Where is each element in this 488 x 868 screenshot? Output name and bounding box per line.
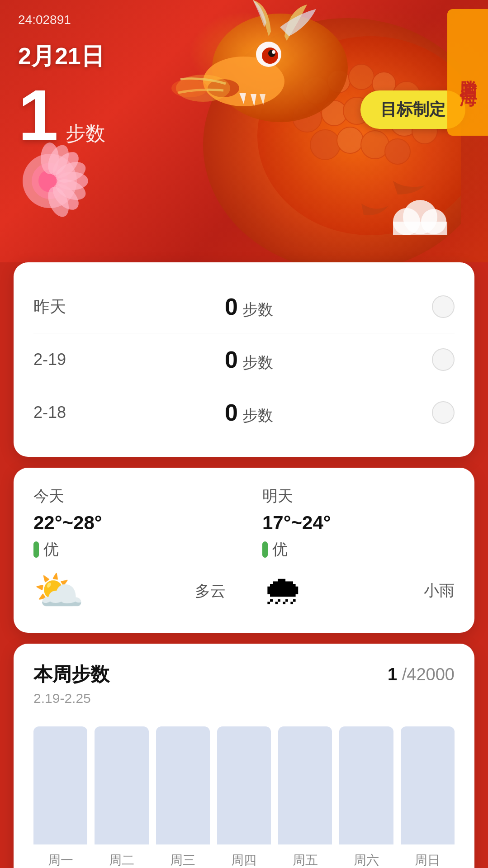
weather-card: 今天 22°~28° 优 ⛅ 多云 明天 17°~24° 优 🌧 小雨 (14, 468, 474, 633)
bar-mon (33, 726, 87, 844)
row-unit-219: 步数 (242, 352, 273, 373)
bar-label-sat: 周六 (354, 852, 379, 868)
right-deco-text2: 四 (456, 71, 479, 74)
quality-dot-today (33, 541, 39, 558)
status-time: 24:02891 (18, 13, 71, 27)
bar-col-thu: 周四 (217, 724, 271, 868)
svg-point-14 (337, 127, 363, 153)
right-deco-text3: 海 (456, 76, 479, 78)
today-temp: 22°~28° (33, 512, 226, 534)
bar-col-sun: 周日 (401, 724, 455, 868)
svg-rect-43 (393, 222, 447, 235)
steps-history-card: 昨天 0 步数 2-19 0 步数 2-18 0 步数 (14, 262, 474, 457)
today-quality-label: 优 (43, 539, 59, 560)
cloud-decoration (379, 199, 452, 235)
row-radio-yesterday[interactable] (432, 295, 455, 318)
table-row[interactable]: 2-19 0 步数 (33, 333, 455, 386)
bar-wrapper-wed (156, 724, 210, 844)
weather-tomorrow: 明天 17°~24° 优 🌧 小雨 (244, 486, 455, 615)
weather-today: 今天 22°~28° 优 ⛅ 多云 (33, 486, 244, 615)
row-count-219: 0 (225, 346, 238, 373)
row-date-218: 2-18 (33, 403, 66, 422)
hero-section: 24:02891 2月21日 1 步数 目标制定 腾 四 海 (0, 0, 488, 262)
bar-chart: 周一 周二 周三 周四 (33, 724, 455, 868)
bar-label-tue: 周二 (109, 852, 134, 868)
row-steps-yesterday: 0 步数 (225, 293, 273, 320)
quality-dot-tomorrow (262, 541, 268, 558)
bar-tue (95, 726, 148, 844)
bar-sun (401, 726, 455, 844)
right-decoration: 腾 四 海 (447, 9, 488, 136)
svg-point-22 (272, 50, 275, 54)
weekly-progress: 1 /42000 (388, 665, 455, 684)
tomorrow-quality-label: 优 (272, 539, 288, 560)
row-radio-219[interactable] (432, 348, 455, 371)
row-date-yesterday: 昨天 (33, 296, 66, 318)
row-unit-yesterday: 步数 (242, 299, 273, 320)
today-weather-desc: 多云 (195, 581, 226, 602)
row-count-218: 0 (225, 399, 238, 426)
bar-wrapper-mon (33, 724, 87, 844)
tomorrow-temp: 17°~24° (262, 512, 455, 534)
weekly-steps-card: 本周步数 1 /42000 2.19-2.25 周一 周二 (14, 644, 474, 868)
weekly-header: 本周步数 1 /42000 (33, 662, 455, 687)
today-label: 今天 (33, 486, 226, 507)
svg-point-16 (385, 139, 410, 164)
bar-col-wed: 周三 (156, 724, 210, 868)
svg-point-28 (171, 79, 208, 97)
bar-label-thu: 周四 (231, 852, 256, 868)
svg-point-13 (310, 130, 340, 160)
weekly-current: 1 (388, 665, 397, 684)
table-row[interactable]: 2-18 0 步数 (33, 386, 455, 439)
row-steps-219: 0 步数 (225, 346, 273, 373)
bar-wrapper-sat (339, 724, 393, 844)
bar-thu (217, 726, 271, 844)
content-area: 昨天 0 步数 2-19 0 步数 2-18 0 步数 (0, 262, 488, 868)
tomorrow-weather-icon: 🌧 (262, 567, 303, 614)
bar-label-mon: 周一 (48, 852, 73, 868)
today-quality: 优 (33, 539, 226, 560)
bar-wed (156, 726, 210, 844)
bar-fri (278, 726, 332, 844)
weekly-separator: / (402, 665, 407, 684)
table-row[interactable]: 昨天 0 步数 (33, 280, 455, 333)
status-bar: 24:02891 (18, 13, 470, 27)
tomorrow-icon-row: 🌧 小雨 (262, 567, 455, 614)
bar-col-mon: 周一 (33, 724, 87, 868)
tomorrow-weather-desc: 小雨 (424, 580, 455, 601)
bar-label-wed: 周三 (170, 852, 195, 868)
svg-point-4 (349, 64, 374, 90)
main-steps-display: 1 步数 (18, 79, 105, 152)
main-steps-unit: 步数 (66, 120, 105, 147)
main-steps-count: 1 (18, 79, 58, 152)
bar-wrapper-fri (278, 724, 332, 844)
bar-col-tue: 周二 (95, 724, 148, 868)
weekly-title: 本周步数 (33, 662, 109, 687)
row-unit-218: 步数 (242, 405, 273, 426)
row-radio-218[interactable] (432, 401, 455, 424)
tomorrow-label: 明天 (262, 486, 455, 507)
bar-col-fri: 周五 (278, 724, 332, 868)
bar-sat (339, 726, 393, 844)
weekly-total: 42000 (407, 665, 455, 684)
bar-col-sat: 周六 (339, 724, 393, 868)
tomorrow-quality: 优 (262, 539, 455, 560)
svg-point-15 (361, 131, 389, 159)
bar-label-sun: 周日 (415, 852, 440, 868)
row-steps-218: 0 步数 (225, 399, 273, 426)
right-deco-text: 腾 (456, 66, 479, 69)
bar-wrapper-tue (95, 724, 148, 844)
row-count-yesterday: 0 (225, 293, 238, 320)
today-icon-row: ⛅ 多云 (33, 567, 226, 615)
bar-label-fri: 周五 (293, 852, 318, 868)
bar-wrapper-thu (217, 724, 271, 844)
date-label: 2月21日 (18, 41, 104, 72)
weekly-date-range: 2.19-2.25 (33, 691, 455, 706)
bar-wrapper-sun (401, 724, 455, 844)
today-weather-icon: ⛅ (33, 567, 84, 615)
row-date-219: 2-19 (33, 350, 66, 369)
